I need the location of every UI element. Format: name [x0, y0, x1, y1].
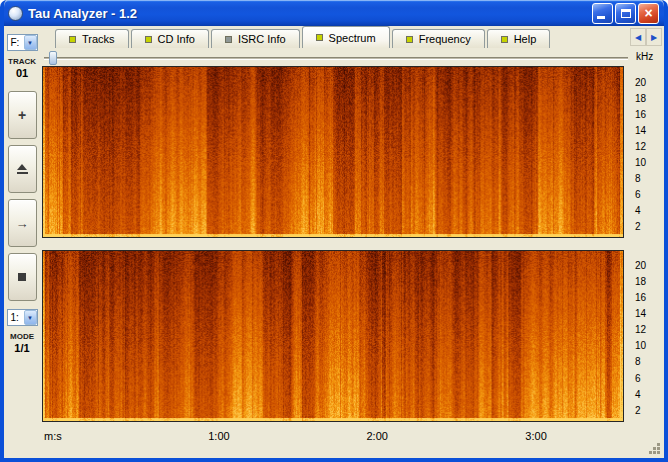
- chevron-down-icon[interactable]: ▼: [24, 310, 37, 325]
- minimize-button[interactable]: [592, 3, 613, 24]
- arrow-left-icon: ◀: [635, 33, 641, 42]
- title-bar[interactable]: Tau Analyzer - 1.2 ×: [4, 0, 664, 26]
- freq-tick-label: 2: [635, 221, 641, 232]
- freq-tick-label: 6: [635, 189, 641, 200]
- tab-indicator-led: [406, 36, 413, 43]
- tab-isrc-info[interactable]: ISRC Info: [211, 29, 300, 48]
- tab-indicator-led: [145, 36, 152, 43]
- freq-tick-label: 10: [635, 157, 646, 168]
- spectrogram-right-channel-wrap: [40, 248, 630, 426]
- tab-spectrum[interactable]: Spectrum: [302, 26, 390, 48]
- slider-track[interactable]: [44, 57, 628, 60]
- freq-tick-label: 8: [635, 356, 641, 367]
- mode-value: 1/1: [14, 342, 29, 354]
- freq-tick-label: 18: [635, 93, 646, 104]
- freq-tick-label: 14: [635, 125, 646, 136]
- freq-tick-label: 14: [635, 307, 646, 318]
- freq-tick-label: 4: [635, 388, 641, 399]
- arrow-right-icon: ▶: [651, 33, 657, 42]
- tab-cd-info[interactable]: CD Info: [131, 29, 209, 48]
- tab-bar: TracksCD InfoISRC InfoSpectrumFrequencyH…: [40, 26, 664, 48]
- tab-scroll-right-button[interactable]: ▶: [646, 28, 662, 46]
- freq-tick-label: 16: [635, 109, 646, 120]
- close-button[interactable]: ×: [638, 3, 659, 24]
- tab-indicator-led: [316, 34, 323, 41]
- tab-label: Tracks: [82, 33, 115, 45]
- stop-button[interactable]: [8, 253, 37, 301]
- tab-label: CD Info: [158, 33, 195, 45]
- tab-help[interactable]: Help: [487, 29, 551, 48]
- freq-tick-label: 12: [635, 141, 646, 152]
- tab-label: Frequency: [419, 33, 471, 45]
- minimize-icon: [597, 16, 605, 19]
- time-tick-label: 1:00: [208, 430, 229, 442]
- spectrogram-left-channel-wrap: [40, 66, 630, 242]
- track-label: TRACK: [8, 57, 36, 66]
- tab-tracks[interactable]: Tracks: [55, 29, 129, 48]
- maximize-icon: [621, 9, 631, 18]
- close-icon: ×: [644, 6, 652, 20]
- maximize-button[interactable]: [615, 3, 636, 24]
- track-number: 01: [16, 67, 28, 79]
- freq-tick-label: 20: [635, 77, 646, 88]
- freq-tick-label: 20: [635, 259, 646, 270]
- arrow-right-icon: →: [16, 217, 29, 230]
- time-tick-label: 3:00: [525, 430, 546, 442]
- tab-indicator-led: [501, 36, 508, 43]
- freq-tick-label: 2: [635, 404, 641, 415]
- freq-tick-label: 16: [635, 291, 646, 302]
- position-slider[interactable]: [40, 48, 630, 66]
- drive-select-value: F:: [8, 37, 24, 48]
- freq-tick-label: 18: [635, 275, 646, 286]
- freq-scale-bottom: 2018161412108642: [630, 248, 664, 426]
- plus-icon: +: [18, 108, 26, 122]
- spectrogram-right-channel[interactable]: [42, 250, 624, 422]
- tab-frequency[interactable]: Frequency: [392, 29, 485, 48]
- time-tick-label: 2:00: [366, 430, 387, 442]
- eject-button[interactable]: [8, 145, 37, 193]
- mode-label: MODE: [10, 332, 34, 341]
- window-controls: ×: [592, 3, 659, 24]
- speed-select-value: 1:: [8, 312, 24, 323]
- freq-tick-label: 6: [635, 372, 641, 383]
- app-icon: [8, 6, 23, 21]
- window-content: F: ▼ TRACK 01 + → 1: ▼ MODE 1/1: [4, 26, 664, 458]
- tab-label: Help: [514, 33, 537, 45]
- tab-indicator-led: [225, 36, 232, 43]
- resize-grip[interactable]: [648, 442, 661, 455]
- speed-select[interactable]: 1: ▼: [7, 309, 38, 326]
- spectrogram-left-channel[interactable]: [42, 66, 624, 238]
- time-axis-ticks: 1:002:003:00: [42, 430, 626, 444]
- freq-tick-label: 10: [635, 340, 646, 351]
- freq-tick-label: 8: [635, 173, 641, 184]
- tab-list: TracksCD InfoISRC InfoSpectrumFrequencyH…: [55, 26, 552, 48]
- freq-tick-label: 12: [635, 324, 646, 335]
- freq-scale-top: 2018161412108642: [630, 66, 664, 242]
- drive-select[interactable]: F: ▼: [7, 34, 38, 51]
- tab-label: Spectrum: [329, 32, 376, 44]
- tab-scroll-left-button[interactable]: ◀: [630, 28, 646, 46]
- chevron-down-icon[interactable]: ▼: [24, 35, 37, 50]
- slider-handle[interactable]: [49, 51, 57, 65]
- tab-scroll-buttons: ◀ ▶: [630, 28, 662, 46]
- khz-unit-label: kHz: [630, 48, 664, 66]
- sidebar: F: ▼ TRACK 01 + → 1: ▼ MODE 1/1: [4, 26, 40, 458]
- spectrum-panel: kHz 2018161412108642 2018161412108642 m:…: [40, 48, 664, 446]
- window-title: Tau Analyzer - 1.2: [28, 6, 592, 21]
- freq-tick-label: 4: [635, 205, 641, 216]
- main-panel: TracksCD InfoISRC InfoSpectrumFrequencyH…: [40, 26, 664, 458]
- play-button[interactable]: +: [8, 91, 37, 139]
- tab-label: ISRC Info: [238, 33, 286, 45]
- tab-indicator-led: [69, 36, 76, 43]
- app-window: Tau Analyzer - 1.2 × F: ▼ TRACK 01 +: [0, 0, 668, 462]
- stop-icon: [18, 273, 26, 281]
- time-axis: m:s 1:002:003:00: [40, 426, 630, 446]
- next-track-button[interactable]: →: [8, 199, 37, 247]
- eject-icon: [17, 164, 28, 174]
